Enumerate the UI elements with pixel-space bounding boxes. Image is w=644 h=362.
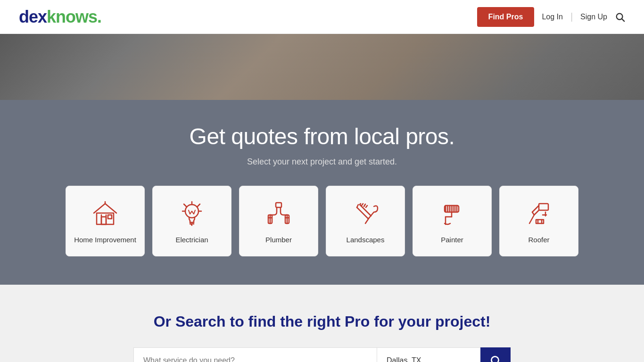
category-card-roofer[interactable]: Roofer <box>499 186 578 256</box>
bulb-icon <box>177 199 207 229</box>
search-icon <box>615 12 625 22</box>
location-input[interactable] <box>377 347 480 362</box>
hammer-icon <box>524 199 554 229</box>
header-actions: Find Pros Log In | Sign Up <box>477 7 625 27</box>
hero-banner <box>0 34 644 100</box>
category-card-home-improvement[interactable]: Home Improvement <box>66 186 145 256</box>
logo-knows: knows <box>47 7 97 27</box>
category-card-landscapes[interactable]: Landscapes <box>326 186 405 256</box>
find-pros-button[interactable]: Find Pros <box>477 7 535 27</box>
logo-dex: dex <box>19 7 47 27</box>
svg-rect-43 <box>539 204 548 210</box>
svg-line-28 <box>362 204 363 206</box>
banner-overlay <box>0 34 644 100</box>
svg-rect-3 <box>101 217 106 224</box>
svg-point-52 <box>491 356 498 362</box>
search-bar <box>133 347 511 362</box>
svg-line-31 <box>365 218 369 223</box>
promo-title: Get quotes from local pros. <box>19 123 625 149</box>
svg-line-29 <box>364 204 365 206</box>
svg-rect-4 <box>108 215 112 219</box>
header-divider: | <box>570 11 573 22</box>
svg-line-25 <box>357 207 368 219</box>
svg-line-47 <box>529 215 534 223</box>
svg-line-27 <box>360 204 361 205</box>
search-button[interactable] <box>480 347 511 362</box>
promo-section: Get quotes from local pros. Select your … <box>0 100 644 285</box>
service-search-input[interactable] <box>133 347 377 362</box>
card-label-painter: Painter <box>441 236 463 244</box>
svg-line-24 <box>360 205 371 216</box>
promo-subtitle: Select your next project and get started… <box>19 157 625 167</box>
card-label-landscapes: Landscapes <box>347 236 385 244</box>
header-search-button[interactable] <box>615 12 625 22</box>
card-label-electrician: Electrician <box>175 236 208 244</box>
card-label-plumber: Plumber <box>265 236 292 244</box>
svg-line-1 <box>622 19 624 21</box>
svg-line-45 <box>534 210 539 215</box>
svg-line-16 <box>191 224 192 225</box>
roller-icon <box>437 199 467 229</box>
search-submit-icon <box>489 354 502 362</box>
pipe-icon <box>264 199 294 229</box>
house-icon <box>90 199 120 229</box>
card-label-roofer: Roofer <box>528 236 549 244</box>
svg-line-30 <box>366 206 367 207</box>
category-card-electrician[interactable]: Electrician <box>152 186 231 256</box>
svg-line-10 <box>184 204 186 206</box>
signup-button[interactable]: Sign Up <box>580 13 607 21</box>
category-card-painter[interactable]: Painter <box>413 186 492 256</box>
category-cards-row: Home Improvement Electrician <box>19 186 625 256</box>
garden-icon <box>350 199 380 229</box>
logo-dot: . <box>97 7 102 27</box>
login-button[interactable]: Log In <box>542 13 562 21</box>
card-label-home-improvement: Home Improvement <box>74 236 136 244</box>
svg-line-26 <box>357 205 358 207</box>
svg-line-11 <box>198 204 200 206</box>
svg-rect-17 <box>276 203 281 207</box>
search-title: Or Search to find the right Pro for your… <box>19 313 625 330</box>
search-section: Or Search to find the right Pro for your… <box>0 285 644 362</box>
logo[interactable]: dexknows. <box>19 7 102 27</box>
main-header: dexknows. Find Pros Log In | Sign Up <box>0 0 644 34</box>
category-card-plumber[interactable]: Plumber <box>239 186 318 256</box>
